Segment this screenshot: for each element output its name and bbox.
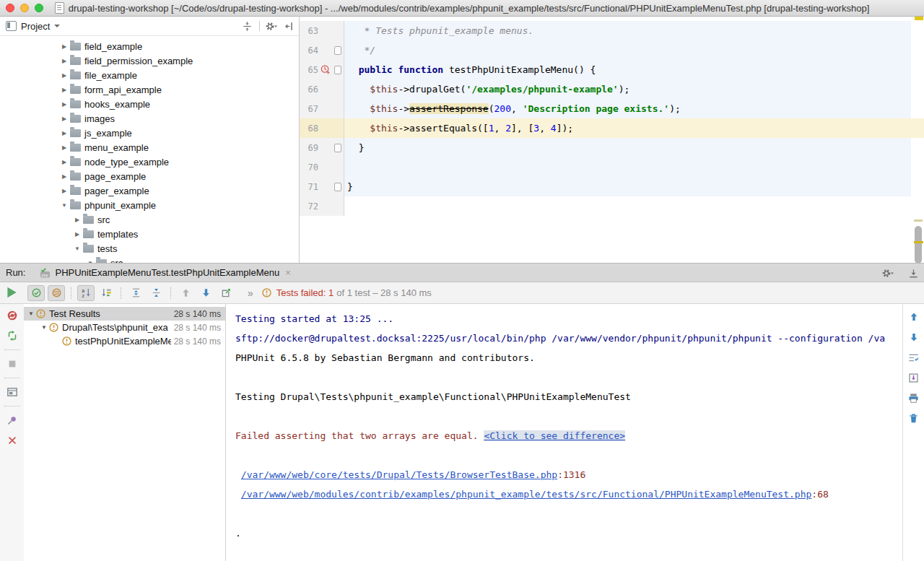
project-tree-item-src[interactable]: ▼src	[0, 256, 299, 263]
collapse-all-icon[interactable]	[241, 20, 253, 32]
chevron-down-icon[interactable]: ▼	[60, 202, 69, 209]
project-tree-item-src[interactable]: ▶src	[0, 212, 299, 227]
zoom-window-button[interactable]	[35, 4, 43, 12]
console-line: /var/www/web/core/tests/Drupal/Tests/Bro…	[235, 465, 902, 484]
chevron-down-icon[interactable]: ▼	[40, 324, 48, 331]
php-test-file-icon: php	[40, 267, 51, 279]
toolbar-overflow-chevrons[interactable]: »	[248, 287, 254, 299]
close-tab-icon[interactable]: ×	[285, 267, 291, 278]
chevron-right-icon[interactable]: ▶	[60, 43, 69, 50]
hide-panel-icon[interactable]	[907, 267, 920, 279]
error-stripe-mark[interactable]	[914, 219, 923, 222]
chevron-right-icon[interactable]: ▶	[73, 217, 82, 223]
soft-wrap-button[interactable]	[907, 350, 921, 365]
code-line-text[interactable]: * Tests phpunit_example menus.	[344, 25, 924, 36]
code-line-text[interactable]: */	[344, 45, 924, 56]
chevron-right-icon[interactable]: ▶	[60, 144, 69, 151]
test-tree-row[interactable]: ▼Drupal\Tests\phpunit_exa28 s 140 ms	[24, 321, 225, 334]
chevron-right-icon[interactable]: ▶	[60, 173, 69, 180]
pin-tab-button[interactable]	[5, 413, 19, 427]
fold-marker[interactable]	[334, 66, 341, 74]
chevron-right-icon[interactable]: ▶	[73, 231, 82, 238]
chevron-right-icon[interactable]: ▶	[60, 87, 69, 93]
expand-all-button[interactable]	[127, 285, 144, 301]
project-tree-item-field_example[interactable]: ▶field_example	[0, 39, 299, 53]
toggle-auto-test-button[interactable]	[5, 329, 19, 343]
code-line-text[interactable]: $this->assertEquals([1, 2], [3, 4]);	[344, 123, 924, 134]
previous-failed-test-button[interactable]	[177, 285, 194, 301]
console-link[interactable]: /var/www/web/modules/contrib/examples/ph…	[241, 489, 812, 500]
sort-by-duration-button[interactable]	[97, 285, 115, 301]
console-link[interactable]: /var/www/web/core/tests/Drupal/Tests/Bro…	[241, 469, 557, 480]
chevron-right-icon[interactable]: ▶	[60, 116, 69, 122]
fold-marker[interactable]	[334, 144, 341, 152]
test-tree-row[interactable]: ▼Test Results28 s 140 ms	[24, 307, 225, 321]
hide-panel-icon[interactable]	[282, 20, 295, 32]
stop-button[interactable]	[5, 357, 19, 371]
previous-occurrence-button[interactable]	[907, 310, 921, 324]
code-editor[interactable]: 63 * Tests phpunit_example menus.64 */65…	[300, 17, 924, 263]
code-line-text[interactable]: public function testPhpUnitExampleMenu()…	[344, 64, 924, 75]
project-tree-item-page_example[interactable]: ▶page_example	[0, 169, 299, 183]
project-tree-item-tests[interactable]: ▼tests	[0, 241, 299, 256]
fold-marker-icon[interactable]	[333, 66, 343, 74]
fold-marker-icon[interactable]	[333, 144, 343, 152]
clear-all-button[interactable]	[907, 411, 921, 425]
settings-gear-icon[interactable]	[881, 267, 894, 279]
fold-marker-icon[interactable]	[333, 183, 343, 191]
sort-alphabetically-button[interactable]: az	[77, 285, 95, 301]
rerun-failed-tests-button[interactable]	[5, 308, 19, 323]
chevron-down-icon[interactable]: ▼	[73, 245, 82, 252]
project-tree-item-field_permission_example[interactable]: ▶field_permission_example	[0, 53, 299, 68]
test-tree-row[interactable]: testPhpUnitExampleMe28 s 140 ms	[24, 334, 225, 348]
code-line-text[interactable]: $this->assertResponse(200, 'Description …	[344, 103, 924, 114]
project-tree-item-hooks_example[interactable]: ▶hooks_example	[0, 97, 299, 111]
fold-marker-icon[interactable]	[333, 46, 343, 55]
code-line-text[interactable]: }	[344, 181, 924, 192]
chevron-down-icon[interactable]	[54, 25, 60, 27]
fold-marker[interactable]	[334, 183, 341, 191]
editor-line-63: 63 * Tests phpunit_example menus.	[300, 21, 924, 40]
close-window-button[interactable]	[6, 4, 14, 12]
code-line-text[interactable]: }	[344, 142, 924, 153]
project-tree-item-images[interactable]: ▶images	[0, 111, 299, 126]
scroll-to-end-button[interactable]	[907, 370, 921, 385]
fold-marker[interactable]	[334, 46, 341, 55]
settings-gear-icon[interactable]	[265, 20, 277, 32]
error-stripe-mark[interactable]	[915, 17, 923, 20]
next-occurrence-button[interactable]	[907, 330, 921, 344]
chevron-right-icon[interactable]: ▶	[60, 159, 69, 165]
chevron-right-icon[interactable]: ▶	[60, 188, 69, 194]
chevron-right-icon[interactable]: ▶	[60, 72, 69, 79]
project-tree-item-form_api_example[interactable]: ▶form_api_example	[0, 82, 299, 97]
minimize-window-button[interactable]	[20, 4, 29, 12]
project-tree-item-phpunit_example[interactable]: ▼phpunit_example	[0, 198, 299, 212]
editor-scrollbar-thumb[interactable]	[915, 226, 922, 263]
error-stripe-mark[interactable]	[914, 241, 923, 243]
print-button[interactable]	[907, 391, 921, 405]
console-link[interactable]: <Click to see difference>	[484, 430, 625, 441]
next-failed-test-button[interactable]	[197, 285, 214, 301]
rerun-test-button[interactable]	[5, 286, 18, 299]
test-console-output[interactable]: Testing started at 13:25 ...sftp://docke…	[226, 304, 902, 561]
chevron-right-icon[interactable]: ▶	[60, 58, 69, 64]
chevron-right-icon[interactable]: ▶	[60, 101, 69, 108]
restore-layout-button[interactable]	[5, 385, 19, 399]
project-tree-item-templates[interactable]: ▶templates	[0, 227, 299, 241]
project-tree-item-js_example[interactable]: ▶js_example	[0, 126, 299, 140]
collapse-all-button[interactable]	[147, 285, 165, 301]
project-tree-item-file_example[interactable]: ▶file_example	[0, 68, 299, 82]
import-test-results-button[interactable]	[217, 285, 235, 301]
close-button[interactable]	[5, 433, 19, 448]
show-ignored-button[interactable]	[48, 285, 65, 301]
project-tree-item-menu_example[interactable]: ▶menu_example	[0, 140, 299, 155]
run-configuration-tab[interactable]: php PHPUnitExampleMenuTest.testPhpUnitEx…	[34, 264, 296, 282]
project-tree-item-pager_example[interactable]: ▶pager_example	[0, 183, 299, 198]
project-tree-item-node_type_example[interactable]: ▶node_type_example	[0, 155, 299, 169]
show-passed-button[interactable]	[27, 285, 45, 301]
project-panel-title[interactable]: Project	[21, 21, 50, 32]
failed-test-marker-icon[interactable]	[318, 64, 333, 76]
chevron-down-icon[interactable]: ▼	[27, 310, 35, 317]
code-line-text[interactable]: $this->drupalGet('/examples/phpunit-exam…	[344, 84, 924, 95]
chevron-right-icon[interactable]: ▶	[60, 130, 69, 136]
